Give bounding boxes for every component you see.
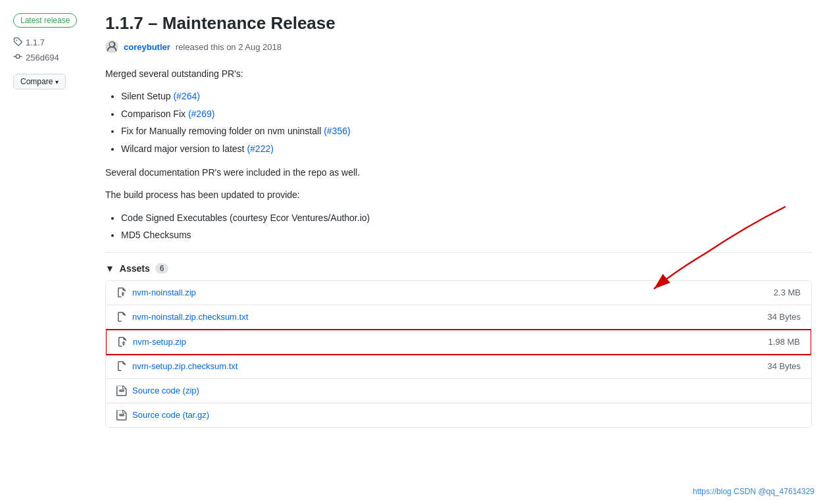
asset-name-link[interactable]: nvm-setup.zip (133, 337, 186, 347)
asset-left: nvm-noinstall.zip.checksum.txt (116, 312, 248, 322)
list-item: Silent Setup (#264) (121, 89, 812, 103)
asset-row: Source code (tar.gz) (106, 403, 811, 427)
commit-hash: 256d694 (26, 53, 59, 63)
source-zip-link[interactable]: Source code (zip) (132, 386, 199, 395)
watermark: https://blog CSDN @qq_47614329 (693, 487, 814, 496)
asset-row: nvm-setup.zip.checksum.txt 34 Bytes (106, 355, 811, 379)
pr-222-link[interactable]: (#222) (247, 143, 273, 154)
compare-label: Compare (20, 77, 53, 86)
tag-reference: 1.1.7 (13, 37, 82, 48)
list-item: Fix for Manually removing folder on nvm … (121, 124, 812, 138)
pr-356-link[interactable]: (#356) (324, 126, 350, 136)
list-item: Wilcard major version to latest (#222) (121, 141, 812, 156)
source-targz-link[interactable]: Source code (tar.gz) (132, 410, 209, 420)
assets-toggle-icon[interactable]: ▼ (105, 263, 114, 274)
list-item: Code Signed Executables (courtesy Ecor V… (121, 211, 812, 225)
file-icon (116, 312, 127, 322)
latest-release-badge[interactable]: Latest release (13, 13, 77, 28)
asset-row: nvm-noinstall.zip.checksum.txt 34 Bytes (106, 305, 811, 330)
asset-row-highlighted: nvm-setup.zip 1.98 MB (105, 329, 812, 355)
commit-reference: 256d694 (13, 52, 82, 63)
commit-icon (13, 52, 22, 63)
pr-269-link[interactable]: (#269) (188, 109, 214, 119)
caret-icon: ▾ (55, 78, 59, 86)
assets-label: Assets (120, 263, 150, 274)
zip-icon (117, 337, 128, 347)
release-meta: coreybutler released this on 2 Aug 2018 (105, 40, 812, 53)
asset-name-link[interactable]: nvm-setup.zip.checksum.txt (132, 361, 238, 371)
asset-left: Source code (zip) (116, 386, 199, 396)
asset-row: Source code (zip) (106, 379, 811, 403)
asset-name-link[interactable]: nvm-noinstall.zip (132, 288, 196, 297)
asset-left: Source code (tar.gz) (116, 410, 209, 420)
asset-name-link[interactable]: nvm-noinstall.zip.checksum.txt (132, 312, 248, 322)
assets-header: ▼ Assets 6 (105, 263, 812, 274)
assets-count-badge: 6 (155, 263, 169, 274)
asset-size: 2.3 MB (774, 288, 801, 297)
zip-icon (116, 288, 127, 298)
release-para1: Several documentation PR's were included… (105, 165, 812, 180)
release-body: Merged several outstanding PR's: Silent … (105, 66, 812, 243)
asset-size: 34 Bytes (767, 312, 801, 322)
release-para2: The build process has been updated to pr… (105, 188, 812, 202)
release-bullets-1: Silent Setup (#264) Comparison Fix (#269… (121, 89, 812, 156)
asset-left: nvm-setup.zip.checksum.txt (116, 361, 238, 372)
assets-section: ▼ Assets 6 nvm-noinstall.zip 2.3 MB (105, 252, 812, 428)
release-intro: Merged several outstanding PR's: (105, 66, 812, 81)
assets-list: nvm-noinstall.zip 2.3 MB nvm-noinstall.z… (105, 280, 812, 428)
source-icon (116, 410, 127, 420)
release-bullets-2: Code Signed Executables (courtesy Ecor V… (121, 211, 812, 243)
pr-264-link[interactable]: (#264) (173, 91, 199, 101)
tag-label: 1.1.7 (26, 38, 45, 47)
release-title: 1.1.7 – Maintenance Release (105, 13, 812, 34)
sidebar: Latest release 1.1.7 256d694 Compare ▾ (13, 13, 92, 491)
asset-size: 34 Bytes (767, 361, 801, 371)
file-icon (116, 361, 127, 372)
asset-row: nvm-noinstall.zip 2.3 MB (106, 281, 811, 305)
compare-button[interactable]: Compare ▾ (13, 74, 66, 89)
asset-left: nvm-setup.zip (117, 337, 186, 347)
list-item: MD5 Checksums (121, 228, 812, 242)
tag-icon (13, 37, 22, 48)
asset-size: 1.98 MB (768, 337, 800, 347)
author-link[interactable]: coreybutler (124, 42, 170, 52)
release-date-text: released this on 2 Aug 2018 (176, 42, 282, 52)
main-content: 1.1.7 – Maintenance Release coreybutler … (92, 13, 812, 491)
asset-left: nvm-noinstall.zip (116, 288, 196, 298)
list-item: Comparison Fix (#269) (121, 107, 812, 121)
avatar (105, 40, 118, 53)
source-icon (116, 386, 127, 396)
